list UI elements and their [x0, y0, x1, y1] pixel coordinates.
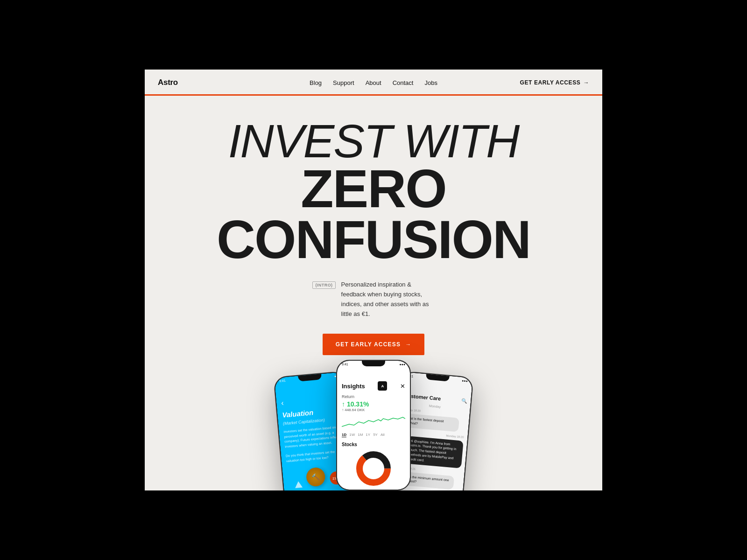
browser-window: Astro Blog Support About Contact Jobs GE… — [145, 70, 602, 491]
phone-center: 9:41 ●●● Insights A ✕ Return ↑ 10.31% ↑ — [336, 360, 411, 490]
phones-section: 9:41 ●●● ‹ Valuation (Market Capitalizat… — [145, 355, 602, 490]
phone-center-screen: 9:41 ●●● Insights A ✕ Return ↑ 10.31% ↑ — [337, 361, 410, 490]
nav-jobs[interactable]: Jobs — [424, 79, 437, 86]
sparkline-chart — [342, 415, 405, 429]
nav-contact[interactable]: Contact — [393, 79, 414, 86]
nav-links: Blog Support About Contact Jobs — [310, 78, 437, 87]
spotify-name: Spotify — [342, 489, 405, 490]
return-label: Return — [342, 394, 405, 399]
hero-subtitle: Personalized inspiration & feedback when… — [341, 280, 435, 319]
svg-point-2 — [366, 461, 381, 476]
triangle-icon — [294, 481, 302, 488]
hero-section: INVEST WITH ZERO CONFUSION (INTRO) Perso… — [145, 96, 602, 356]
hero-intro-tag: (INTRO) — [312, 281, 335, 289]
return-value: ↑ 10.31% — [342, 400, 405, 408]
time-tabs: 1D 1W 1M 1Y 5Y All — [342, 433, 405, 437]
chat-bubble-1: Hi @sophiee. I'm Anna from Astro.io. Tha… — [405, 436, 464, 468]
phone-center-notch — [362, 361, 385, 366]
close-icon: ✕ — [400, 383, 405, 390]
return-sub: ↑ 448.64 DKK — [342, 408, 405, 412]
astro-logo-icon: A — [378, 381, 387, 391]
nav-support[interactable]: Support — [333, 79, 354, 86]
insights-title: Insights — [342, 383, 365, 390]
center-header: Insights A ✕ — [342, 381, 405, 391]
hero-cta-button[interactable]: GET EARLY ACCESS → — [323, 334, 425, 355]
navbar: Astro Blog Support About Contact Jobs GE… — [145, 70, 602, 96]
hero-title-line2: ZERO CONFUSION — [158, 163, 589, 266]
donut-chart — [355, 450, 392, 487]
phone-center-content: 9:41 ●●● Insights A ✕ Return ↑ 10.31% ↑ — [337, 361, 410, 490]
nav-blog[interactable]: Blog — [310, 79, 322, 86]
search-icon: 🔍 — [461, 398, 467, 404]
chat-header: Customer Care 🔍 — [404, 393, 467, 404]
back-icon: ‹ — [281, 394, 342, 407]
stocks-label: Stocks — [342, 442, 405, 447]
logo: Astro — [158, 78, 178, 87]
stamp-main: 🔨 — [305, 467, 325, 487]
nav-about[interactable]: About — [366, 79, 381, 86]
hero-subtitle-row: (INTRO) Personalized inspiration & feedb… — [158, 280, 589, 319]
phone-center-wrap: 9:41 ●●● Insights A ✕ Return ↑ 10.31% ↑ — [336, 360, 411, 490]
hero-title-line1: INVEST WITH — [158, 119, 589, 163]
nav-cta-button[interactable]: GET EARLY ACCESS → — [520, 79, 589, 86]
